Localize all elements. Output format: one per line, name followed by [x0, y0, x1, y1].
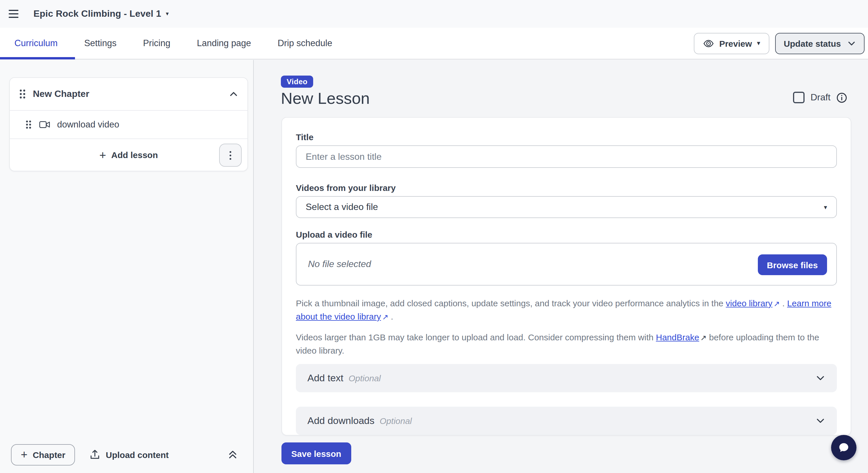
external-link-icon: ↗	[381, 311, 389, 324]
add-lesson-label: Add lesson	[111, 150, 158, 160]
eye-icon	[703, 38, 714, 49]
external-link-icon: ↗	[699, 332, 707, 344]
library-label: Videos from your library	[296, 183, 837, 193]
chevron-down-icon	[847, 39, 856, 48]
chapter-header[interactable]: New Chapter	[10, 78, 247, 110]
video-library-link[interactable]: video library↗	[726, 298, 780, 308]
plus-icon: +	[21, 449, 27, 460]
double-chevron-up-icon	[228, 449, 238, 460]
add-downloads-accordion[interactable]: Add downloads Optional	[296, 407, 837, 435]
kebab-menu-icon	[229, 158, 231, 159]
add-chapter-label: Chapter	[33, 450, 65, 460]
help-text: .	[780, 298, 787, 308]
lesson-editor: Video New Lesson Draft Title Videos from…	[254, 60, 868, 473]
page-title: New Lesson	[281, 89, 370, 108]
upload-content-label: Upload content	[106, 450, 169, 460]
save-lesson-button[interactable]: Save lesson	[281, 442, 351, 464]
drag-handle-icon[interactable]	[19, 88, 26, 100]
chevron-down-icon	[815, 416, 825, 426]
update-status-button-label: Update status	[784, 38, 841, 48]
lesson-type-badge: Video	[281, 75, 313, 88]
browse-files-button[interactable]: Browse files	[757, 254, 827, 275]
chat-launcher-button[interactable]	[831, 435, 857, 460]
chapter-title: New Chapter	[33, 89, 89, 99]
course-builder-page: Epic Rock Climbing - Level 1 ▾ Curriculu…	[0, 0, 868, 473]
chapter-card: New Chapter download video	[9, 77, 248, 171]
video-library-select[interactable]: Select a video file ▾	[296, 196, 837, 218]
external-link-icon: ↗	[773, 297, 780, 310]
kebab-menu-icon	[229, 151, 231, 153]
update-status-button[interactable]: Update status	[775, 33, 865, 54]
chapter-menu-button[interactable]	[219, 144, 242, 167]
course-title: Epic Rock Climbing - Level 1	[33, 9, 161, 19]
video-library-help-text: Pick a thumbnail image, add closed capti…	[296, 297, 837, 324]
tabs-bar: Curriculum Settings Pricing Landing page…	[0, 28, 868, 59]
curriculum-sidebar: New Chapter download video	[0, 60, 254, 473]
hamburger-icon	[9, 17, 19, 18]
sidebar-footer: + Chapter Upload content	[0, 443, 253, 466]
selected-value: Select a video file	[306, 202, 378, 212]
upload-label: Upload a video file	[296, 229, 837, 240]
help-text: .	[389, 312, 393, 321]
draft-toggle: Draft	[793, 92, 847, 103]
no-file-text: No file selected	[308, 259, 371, 270]
lesson-form-card: Title Videos from your library Select a …	[281, 117, 851, 436]
link-label: video library	[726, 298, 773, 308]
caret-down-icon: ▾	[824, 204, 827, 210]
preview-button[interactable]: Preview ▾	[694, 33, 769, 54]
hamburger-menu-button[interactable]	[9, 5, 26, 23]
optional-label: Optional	[349, 373, 381, 383]
compression-help-text: Videos larger than 1GB may take longer t…	[296, 331, 837, 357]
upload-icon	[90, 449, 100, 460]
chat-bubble-icon	[837, 441, 850, 454]
title-label: Title	[296, 132, 837, 142]
upload-content-button[interactable]: Upload content	[90, 449, 169, 460]
caret-down-icon: ▾	[166, 11, 169, 17]
tab-list: Curriculum Settings Pricing Landing page…	[14, 28, 332, 59]
lesson-title: download video	[57, 119, 119, 130]
help-text: Videos larger than 1GB may take longer t…	[296, 332, 656, 342]
collapse-all-button[interactable]	[228, 449, 238, 460]
header-actions: Preview ▾ Update status	[694, 33, 868, 54]
file-dropzone[interactable]: No file selected Browse files	[296, 243, 837, 286]
chapter-footer: + Add lesson	[10, 139, 247, 171]
add-text-label: Add text	[307, 372, 343, 384]
lesson-row[interactable]: download video	[10, 110, 247, 139]
kebab-menu-icon	[229, 154, 231, 156]
drag-handle-icon[interactable]	[25, 119, 32, 130]
hamburger-icon	[9, 13, 19, 14]
hamburger-icon	[9, 10, 19, 11]
help-text: Pick a thumbnail image, add closed capti…	[296, 298, 726, 308]
info-icon[interactable]	[836, 92, 847, 103]
handbrake-link[interactable]: HandBrake	[656, 332, 699, 342]
tab-pricing[interactable]: Pricing	[143, 38, 170, 49]
optional-label: Optional	[380, 416, 412, 426]
draft-label: Draft	[811, 92, 831, 103]
tab-drip-schedule[interactable]: Drip schedule	[278, 38, 333, 49]
lesson-title-input[interactable]	[296, 145, 837, 168]
chevron-down-icon	[815, 373, 825, 383]
add-text-accordion[interactable]: Add text Optional	[296, 364, 837, 392]
caret-down-icon: ▾	[757, 40, 760, 46]
add-downloads-label: Add downloads	[307, 415, 375, 427]
add-lesson-button[interactable]: + Add lesson	[99, 149, 158, 161]
preview-button-label: Preview	[719, 38, 752, 48]
active-tab-underline	[0, 57, 75, 59]
tab-landing-page[interactable]: Landing page	[197, 38, 251, 49]
link-label: HandBrake	[656, 332, 699, 342]
add-chapter-button[interactable]: + Chapter	[11, 444, 75, 465]
draft-checkbox[interactable]	[793, 92, 805, 103]
chevron-up-icon[interactable]	[229, 89, 238, 99]
course-title-dropdown[interactable]: Epic Rock Climbing - Level 1 ▾	[33, 9, 169, 19]
top-bar: Epic Rock Climbing - Level 1 ▾	[0, 0, 868, 28]
tab-settings[interactable]: Settings	[84, 38, 117, 49]
plus-icon: +	[99, 149, 106, 161]
tab-curriculum[interactable]: Curriculum	[14, 38, 58, 49]
video-camera-icon	[39, 121, 50, 129]
